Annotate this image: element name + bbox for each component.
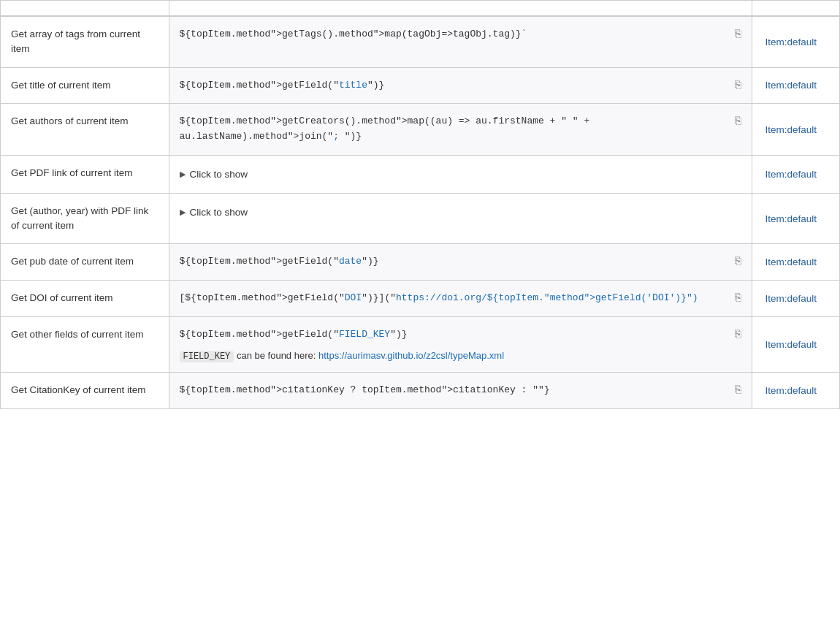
code-snippet: [${topItem.method">getField("DOI")}]("ht… [180, 291, 722, 306]
copy-button[interactable]: ⎘ [735, 291, 741, 303]
row-script: ${topItem.method">getField("FIELD_KEY")}… [169, 316, 752, 372]
table-row: Get CitationKey of current item${topItem… [1, 372, 839, 408]
row-script: ${topItem.method">getCreators().method">… [169, 104, 752, 156]
table-row: Get (author, year) with PDF link of curr… [1, 193, 839, 244]
code-snippet: ${topItem.method">getTags().method">map(… [180, 27, 722, 42]
row-scope: Item:default [752, 244, 839, 281]
row-description: Get authors of current item [1, 104, 169, 156]
row-script: ${topItem.method">getField("date")}⎘ [169, 244, 752, 281]
row-description: Get array of tags from current item [1, 16, 169, 67]
copy-button[interactable]: ⎘ [735, 254, 741, 267]
row-scope: Item:default [752, 16, 839, 67]
row-description: Get PDF link of current item [1, 155, 169, 193]
click-to-show[interactable]: ▶Click to show [180, 166, 722, 183]
code-snippet: ${topItem.method">getField("date")} [180, 254, 722, 270]
copy-button[interactable]: ⎘ [735, 327, 741, 340]
row-scope: Item:default [752, 281, 839, 317]
table-row: Get title of current item${topItem.metho… [1, 67, 839, 104]
expand-arrow-icon: ▶ [180, 170, 186, 179]
row-description: Get (author, year) with PDF link of curr… [1, 193, 169, 244]
row-script: ${topItem.method">getTags().method">map(… [169, 16, 752, 67]
copy-button[interactable]: ⎘ [735, 78, 741, 91]
click-to-show[interactable]: ▶Click to show [180, 204, 722, 221]
row-scope: Item:default [752, 104, 839, 156]
row-description: Get DOI of current item [1, 281, 169, 317]
row-scope: Item:default [752, 193, 839, 244]
col-description-header [1, 1, 169, 16]
row-description: Get CitationKey of current item [1, 372, 169, 408]
row-script: ${topItem.method">citationKey ? topItem.… [169, 372, 752, 408]
code-snippet: ${topItem.method">getField("FIELD_KEY")} [180, 327, 722, 343]
copy-button[interactable]: ⎘ [735, 27, 741, 39]
code-snippet: ${topItem.method">getField("title")} [180, 78, 722, 94]
row-description: Get pub date of current item [1, 244, 169, 281]
table-row: Get array of tags from current item${top… [1, 16, 839, 67]
row-scope: Item:default [752, 372, 839, 408]
table-row: Get other fields of current item${topIte… [1, 316, 839, 372]
table-row: Get DOI of current item[${topItem.method… [1, 281, 839, 317]
table-row: Get authors of current item${topItem.met… [1, 104, 839, 156]
field-key-note: FIELD_KEY can be found here: https://aur… [180, 350, 722, 362]
row-script[interactable]: ▶Click to show [169, 193, 752, 244]
code-snippet: ${topItem.method">getCreators().method">… [180, 114, 722, 145]
row-scope: Item:default [752, 316, 839, 372]
copy-button[interactable]: ⎘ [735, 383, 741, 395]
click-to-show-label: Click to show [190, 207, 248, 218]
row-script[interactable]: ▶Click to show [169, 155, 752, 193]
field-key-label: FIELD_KEY [180, 351, 234, 362]
field-key-link[interactable]: https://aurimasv.github.io/z2csl/typeMap… [318, 350, 504, 361]
row-scope: Item:default [752, 155, 839, 193]
row-description: Get other fields of current item [1, 316, 169, 372]
expand-arrow-icon: ▶ [180, 208, 186, 217]
table-row: Get PDF link of current item▶Click to sh… [1, 155, 839, 193]
table-row: Get pub date of current item${topItem.me… [1, 244, 839, 281]
row-description: Get title of current item [1, 67, 169, 104]
col-scope-header [752, 1, 839, 16]
copy-button[interactable]: ⎘ [735, 114, 741, 126]
click-to-show-label: Click to show [190, 169, 248, 180]
row-script: ${topItem.method">getField("title")}⎘ [169, 67, 752, 104]
row-scope: Item:default [752, 67, 839, 104]
code-snippet: ${topItem.method">citationKey ? topItem.… [180, 383, 722, 398]
col-script-header [169, 1, 752, 16]
row-script: [${topItem.method">getField("DOI")}]("ht… [169, 281, 752, 317]
